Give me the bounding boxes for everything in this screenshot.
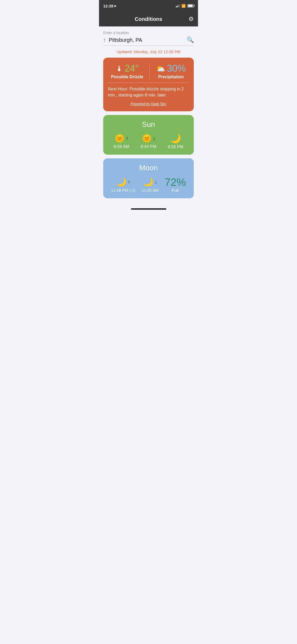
current-conditions-card: 🌡 24° Possible Drizzle ⛅ 30% Precipitati… (103, 58, 194, 111)
moon-card-title: Moon (108, 164, 189, 172)
moon-fullness-item: 72% Full (165, 176, 186, 193)
precipitation-section: ⛅ 30% Precipitation (156, 63, 186, 79)
moon-full-label: Full (172, 188, 179, 193)
moonrise-time: 9:16 PM (168, 145, 183, 149)
moon-full-percentage: 72% (165, 176, 186, 188)
moon-rise-icon: 🌙 (116, 177, 127, 187)
rain-cloud-icon: ⛅ (156, 64, 165, 73)
card-hr-divider (108, 82, 189, 83)
moon-rise-time: 11:38 PM (-1) (111, 188, 135, 192)
card-divider (149, 63, 150, 79)
location-arrow-icon: ↑ (103, 36, 106, 43)
sunset-item: 🌞 ↓ 8:44 PM (140, 133, 156, 149)
moonrise-item: 🌙 9:16 PM (168, 133, 183, 149)
sunset-sun-icon: 🌞 (142, 133, 152, 143)
sunset-arrow-icon: ↓ (153, 136, 155, 141)
signal-bars-icon (176, 4, 180, 7)
sunrise-arrow-icon: ↑ (126, 136, 128, 141)
sunset-icon-row: 🌞 ↓ (142, 133, 155, 143)
status-icons: 📶 (176, 4, 194, 8)
sunrise-sun-icon: 🌞 (114, 133, 125, 143)
nav-bar: Conditions ⚙ (99, 12, 198, 26)
moon-set-icon-row: 🌙 ↓ (143, 177, 157, 187)
battery-icon (187, 4, 194, 8)
precipitation-value: 30% (167, 63, 186, 74)
moon-set-time: 11:25 AM (142, 188, 158, 192)
thermometer-icon: 🌡 (116, 64, 123, 73)
moon-rise-arrow-icon: ↑ (128, 179, 130, 185)
home-indicator (131, 208, 166, 210)
precip-top-line: ⛅ 30% (156, 63, 186, 74)
sunset-time: 8:44 PM (140, 144, 156, 149)
sunrise-item: 🌞 ↑ 6:08 AM (114, 133, 129, 149)
moon-row: 🌙 ↑ 11:38 PM (-1) 🌙 ↓ 11:25 AM 72% Full (108, 176, 189, 193)
sun-card: Sun 🌞 ↑ 6:08 AM 🌞 ↓ 8:44 PM 🌙 (103, 115, 194, 155)
sun-card-title: Sun (108, 120, 189, 129)
location-row: ↑ Pittsburgh, PA 🔍 (103, 36, 194, 46)
condition-label: Possible Drizzle (111, 75, 143, 79)
sunrise-time: 6:08 AM (114, 144, 129, 149)
temperature-section: 🌡 24° Possible Drizzle (111, 63, 143, 79)
main-content: Enter a location ↑ Pittsburgh, PA 🔍 Upda… (99, 26, 198, 206)
moon-card: Moon 🌙 ↑ 11:38 PM (-1) 🌙 ↓ 11:25 AM 72% … (103, 158, 194, 198)
temperature-value: 24° (125, 63, 139, 74)
moon-rise-item: 🌙 ↑ 11:38 PM (-1) (111, 177, 135, 192)
settings-gear-icon[interactable]: ⚙ (188, 16, 194, 22)
moon-set-item: 🌙 ↓ 11:25 AM (142, 177, 158, 192)
sun-row: 🌞 ↑ 6:08 AM 🌞 ↓ 8:44 PM 🌙 9:16 PM (108, 133, 189, 149)
temp-top-line: 🌡 24° (116, 63, 139, 74)
updated-timestamp: Updated: Monday, July 22 12:28 PM (103, 49, 194, 54)
location-text[interactable]: Pittsburgh, PA (109, 37, 142, 43)
page-title: Conditions (135, 16, 162, 22)
moon-set-icon: 🌙 (143, 177, 154, 187)
moon-rise-icon-row: 🌙 ↑ (116, 177, 130, 187)
precipitation-label: Precipitation (158, 75, 184, 79)
search-icon[interactable]: 🔍 (187, 36, 194, 43)
next-hour-text: Next Hour: Possible drizzle stopping in … (108, 86, 189, 98)
location-indicator-icon: ▶ (114, 4, 116, 8)
location-label: Enter a location (103, 31, 194, 35)
status-bar: 12:28 ▶ 📶 (99, 0, 198, 12)
status-time: 12:28 ▶ (103, 4, 116, 8)
moonrise-icon-row: 🌙 (170, 133, 181, 144)
wifi-icon: 📶 (181, 4, 186, 8)
sunrise-icon-row: 🌞 ↑ (114, 133, 128, 143)
powered-by-link[interactable]: Powered by Dark Sky (108, 102, 189, 106)
moon-crescent-icon: 🌙 (170, 133, 181, 144)
weather-main-row: 🌡 24° Possible Drizzle ⛅ 30% Precipitati… (108, 63, 189, 79)
location-left: ↑ Pittsburgh, PA (103, 36, 142, 43)
moon-set-arrow-icon: ↓ (155, 179, 157, 185)
